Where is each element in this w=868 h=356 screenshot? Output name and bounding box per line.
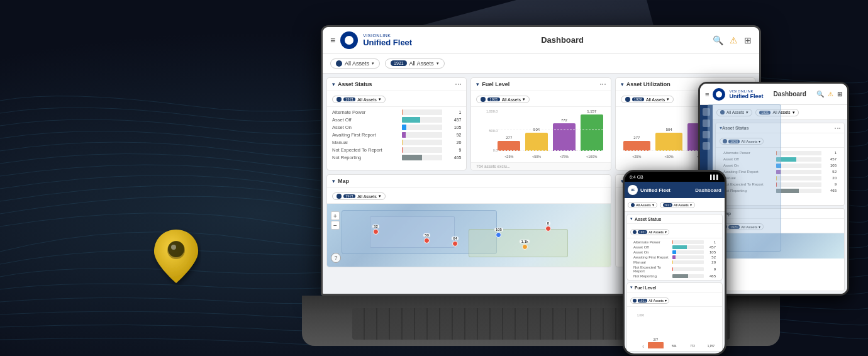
phone-val: 1 [706,240,716,244]
phone-status-manual: Manual 20 [630,260,719,265]
filter-chip-count[interactable]: 1921 All Assets ▾ [385,58,445,69]
tablet-map-area[interactable] [716,233,844,259]
map-pin-dot-50 [424,238,430,243]
map-zoom-in[interactable]: + [331,211,340,220]
phone-logo: UF [628,185,638,195]
map-zoom-out[interactable]: − [331,221,340,230]
phone-fill [672,245,687,249]
phone-map-header: ▾ Map [627,354,722,355]
phone-track [672,250,704,254]
fuel-filter-chevron: ▾ [523,97,525,102]
phone-val: 52 [706,255,716,259]
util-bar-group-50: 504 [655,109,682,151]
status-bar-fill [402,140,403,145]
map-filter-count: 1921 [343,194,355,198]
map-help-icon[interactable]: ? [331,253,341,263]
tablet-status-track [776,151,821,155]
tablet-search-icon[interactable]: 🔍 [816,91,824,97]
tablet-menu-icon[interactable] [835,128,840,129]
tablet-brand-title: Unified Fleet [729,93,763,99]
map-area[interactable]: + − 32 50 105 [327,204,611,267]
asset-status-expand-icon[interactable]: ▾ [332,81,335,87]
grid-icon[interactable]: ⊞ [744,35,752,45]
fuel-expand-icon[interactable]: ▾ [476,81,479,87]
phone-filter-chip-1[interactable]: All Assets ▾ [628,202,657,208]
phone-fuel-y-bot: 0 [630,345,644,348]
map-expand-icon[interactable]: ▾ [332,178,335,184]
map-pin-dot-64 [452,241,458,247]
util-bar-value: 504 [666,128,672,131]
fuel-filter-chip[interactable]: 1921 All Assets ▾ [476,96,530,103]
status-label: Asset Off [332,117,398,123]
phone-track [672,274,704,278]
tablet-status-val: 52 [824,170,837,174]
fuel-level-title: Fuel Level [482,81,597,87]
map-pin-label-50: 50 [423,233,430,237]
phone-fuel-filter-chip[interactable]: 1921 All Assets ▾ [630,298,669,304]
alert-icon[interactable]: ⚠ [730,35,738,45]
util-expand-icon[interactable]: ▾ [621,81,624,87]
status-row-asset-on: Asset On 105 [332,125,461,130]
phone-fill [672,240,673,244]
fuel-footer: 764 assets exclu... [471,162,610,170]
filter-count-chevron: ▾ [437,61,439,66]
asset-status-body: Alternate Power 1 Asset Off [327,107,466,170]
status-label: Awaiting First Report [332,132,398,138]
tablet-center-title: Dashboard [767,91,813,97]
filter-globe-icon [337,194,342,199]
map-filter-chip[interactable]: 1921 All Assets ▾ [332,192,386,200]
tablet-alert-icon[interactable]: ⚠ [828,91,833,97]
globe-icon [336,60,342,67]
phone-val: 9 [706,267,716,271]
fuel-filter-label: All Assets [502,97,521,102]
phone-device: 6:4 GB ▌▌▌ UF Unified Fleet Dashboard Al… [623,170,726,355]
filter-globe-icon [337,97,342,102]
fuel-bar-group-25: 277 [498,109,520,151]
phone-fuel-val-100: 1,157 [708,345,715,348]
tablet-status-val: 465 [824,189,837,192]
phone-fill [672,255,676,259]
status-label: Not Expected To Report [332,147,398,153]
phone-fuel-expand-icon[interactable]: ▾ [630,285,633,290]
phone-fuel-bar-50: 504 [666,345,682,348]
phone-expand-icon[interactable]: ▾ [630,216,633,221]
phone-fuel-title: Fuel Level [635,286,656,290]
map-pin-8: 8 [545,221,551,231]
chevron-down-icon: ▾ [372,61,374,66]
phone-widget-title: Asset Status [635,217,661,221]
tablet-topbar-icons: 🔍 ⚠ ⊞ [816,91,842,97]
util-filter-chip[interactable]: 1926 All Assets ▾ [621,96,674,103]
asset-status-menu-icon[interactable] [455,84,461,85]
phone-filter-chip[interactable]: 1921 All Assets ▾ [630,229,669,235]
chart-gridline [498,130,603,130]
phone-fill [672,267,673,271]
util-bar-50 [655,133,682,151]
phone-chip-1-chevron: ▾ [652,203,654,207]
filter-count-badge: 1921 [391,60,407,66]
phone-track [672,260,704,264]
asset-status-filter-chip[interactable]: 1921 All Assets ▾ [332,96,386,103]
phone-filter-count: 1921 [638,230,647,234]
phone-filter-chip-2[interactable]: 1921 All Assets ▾ [660,202,695,208]
filter-chevron: ▾ [379,97,381,102]
search-icon[interactable]: 🔍 [713,35,723,45]
fuel-menu-icon[interactable] [600,84,606,85]
phone-status-label: Not Expected To Report [633,265,670,273]
fuel-y-axis: 1,000.0 500.0 0.0 [479,109,498,160]
phone-fuel-fill-25 [648,342,664,348]
phone-fill [672,274,688,278]
menu-icon[interactable]: ≡ [330,35,335,45]
filter-label: All Assets [357,97,376,102]
filter-chip-all-assets[interactable]: All Assets ▾ [330,58,380,69]
phone-fuel-filter-label: All Assets [648,299,664,303]
map-title: Map [338,178,606,184]
tablet-menu-icon[interactable]: ≡ [705,91,709,98]
laptop-filter-bar: All Assets ▾ 1921 All Assets ▾ [323,53,759,74]
status-bar-track [402,132,442,138]
phone-fuel-count: 1921 [638,299,647,303]
phone-filter-label: All Assets [648,230,664,234]
util-bar-group-25: 277 [623,109,650,151]
filter-count: 1921 [343,97,355,101]
status-bar-fill [402,155,422,160]
tablet-grid-icon[interactable]: ⊞ [837,91,842,97]
